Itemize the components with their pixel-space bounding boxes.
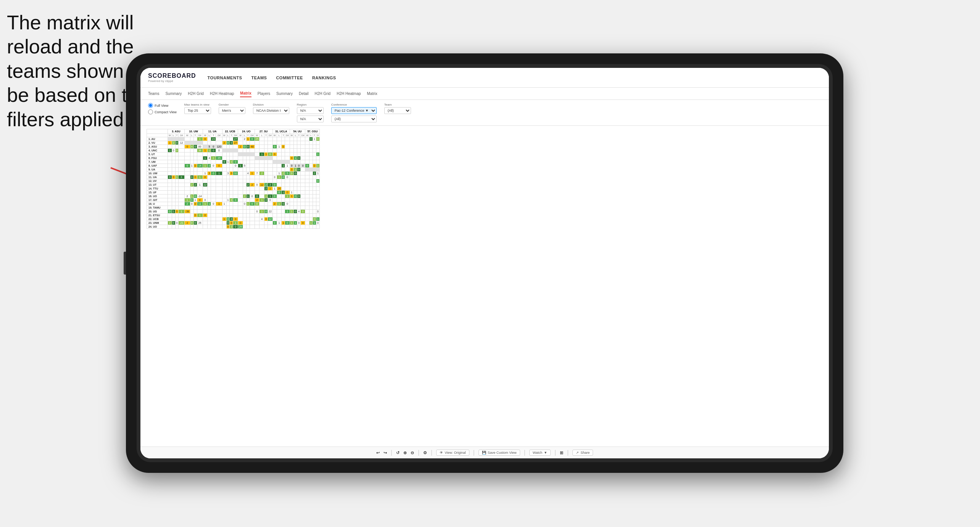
sub-nav-h2h-grid2[interactable]: H2H Grid — [314, 90, 330, 97]
settings-icon[interactable]: ⚙ — [423, 450, 427, 455]
matrix-cell — [305, 160, 309, 164]
nav-rankings[interactable]: RANKINGS — [312, 74, 336, 82]
matrix-cell: 1 — [294, 164, 297, 168]
matrix-cell — [222, 175, 226, 179]
matrix-cell — [208, 221, 211, 225]
matrix-cell — [222, 194, 226, 198]
sub-nav-matrix2[interactable]: Matrix — [367, 90, 377, 97]
matrix-cell: 0 — [268, 198, 273, 202]
matrix-cell — [175, 137, 179, 141]
matrix-cell: 25 — [255, 137, 260, 141]
conference-select[interactable]: Pac-12 Conference ▼ — [331, 107, 377, 114]
filters-row: Full View Compact View Max teams in view… — [140, 100, 829, 126]
grid-icon[interactable]: ⊞ — [560, 450, 563, 455]
matrix-cell — [197, 141, 203, 145]
row-label: 7. UM — [147, 160, 168, 164]
sub-nav-detail[interactable]: Detail — [299, 90, 309, 97]
sub-nav-summary1[interactable]: Summary — [165, 90, 182, 97]
sub-nav-summary2[interactable]: Summary — [276, 90, 293, 97]
matrix-cell — [301, 225, 305, 229]
reset-icon[interactable]: ↺ — [396, 450, 400, 455]
matrix-cell — [230, 191, 233, 194]
matrix-cell: 5 — [208, 145, 211, 149]
matrix-cell — [272, 217, 277, 221]
matrix-cell: 1 — [294, 168, 297, 172]
matrix-cell: 1 — [238, 164, 243, 168]
matrix-cell — [260, 149, 264, 153]
team-select[interactable]: (All) — [384, 107, 411, 114]
row-label: 19. TAMU — [147, 206, 168, 210]
matrix-cell — [203, 153, 208, 156]
conference-select2[interactable]: (All) — [331, 116, 377, 122]
matrix-cell — [285, 187, 290, 191]
matrix-cell — [243, 191, 246, 194]
compact-view-radio[interactable]: Compact View — [148, 109, 177, 114]
matrix-cell: 0 — [285, 191, 290, 194]
sub-nav-teams[interactable]: Teams — [148, 90, 159, 97]
matrix-cell — [260, 206, 264, 210]
matrix-area[interactable]: 3. ASU 10. UW 11. UA 22. UCB 24. UO 27. … — [140, 126, 829, 447]
matrix-cell: 2 — [264, 183, 268, 187]
zoom-icon[interactable]: ⊕ — [403, 450, 407, 455]
matrix-cell — [179, 225, 184, 229]
matrix-cell: 0 — [297, 221, 301, 225]
matrix-cell: 0 — [172, 149, 175, 153]
matrix-cell — [233, 175, 238, 179]
matrix-cell — [250, 221, 255, 225]
sh-t7: T — [282, 134, 285, 137]
matrix-cell — [277, 156, 282, 160]
sub-nav-h2h-grid1[interactable]: H2H Grid — [188, 90, 204, 97]
table-row: 11. UA001000100100 — [147, 175, 320, 179]
save-custom-button[interactable]: 💾 Save Custom View — [479, 450, 520, 456]
nav-tournaments[interactable]: TOURNAMENTS — [208, 74, 242, 82]
matrix-cell — [268, 137, 273, 141]
matrix-cell — [175, 206, 179, 210]
matrix-cell — [190, 168, 193, 172]
nav-teams[interactable]: TEAMS — [251, 74, 267, 82]
sub-nav-h2h-heatmap1[interactable]: H2H Heatmap — [210, 90, 234, 97]
sh-l5: L — [243, 134, 246, 137]
view-original-button[interactable]: 👁 View: Original — [436, 450, 469, 456]
matrix-cell: 1 — [216, 202, 222, 206]
region-select2[interactable]: N/A — [297, 116, 324, 122]
matrix-cell: 1 — [285, 210, 290, 214]
matrix-cell — [294, 187, 297, 191]
matrix-cell — [184, 156, 190, 160]
bottom-bar: ↩ ↪ | ↺ ⊕ ⊖ | ⚙ | 👁 View: Original | 💾 — [140, 447, 829, 458]
matrix-cell — [172, 191, 175, 194]
matrix-cell — [222, 168, 226, 172]
matrix-cell: 4 — [190, 145, 193, 149]
matrix-cell — [193, 168, 197, 172]
redo-icon[interactable]: ↪ — [384, 450, 387, 455]
full-view-radio[interactable]: Full View — [148, 103, 177, 108]
nav-committee[interactable]: COMMITTEE — [276, 74, 303, 82]
gender-select[interactable]: Men's — [219, 107, 245, 114]
matrix-cell — [294, 179, 297, 183]
share-button[interactable]: ↗ Share — [572, 450, 593, 456]
matrix-cell — [277, 160, 282, 164]
matrix-cell — [238, 149, 243, 153]
matrix-cell — [290, 137, 294, 141]
matrix-cell — [301, 214, 305, 217]
matrix-cell — [168, 187, 172, 191]
matrix-cell — [316, 225, 319, 229]
matrix-cell — [193, 141, 197, 145]
matrix-cell: 0 — [230, 141, 233, 145]
matrix-cell — [294, 137, 297, 141]
zoom-minus-icon[interactable]: ⊖ — [411, 450, 414, 455]
sub-nav-matrix1[interactable]: Matrix — [240, 90, 251, 97]
table-row: 15. UF0101 — [147, 191, 320, 194]
matrix-cell — [203, 194, 208, 198]
table-row: 21. ETSU010 — [147, 214, 320, 217]
sub-nav-players[interactable]: Players — [258, 90, 270, 97]
sub-nav-h2h-heatmap2[interactable]: H2H Heatmap — [337, 90, 361, 97]
matrix-cell — [208, 210, 211, 214]
max-teams-filter: Max teams in view Top 25 — [184, 103, 211, 114]
undo-icon[interactable]: ↩ — [376, 450, 380, 455]
division-select[interactable]: NCAA Division I — [253, 107, 289, 114]
watch-button[interactable]: Watch ▼ — [529, 450, 551, 456]
matrix-cell: 2 — [172, 141, 175, 145]
region-select[interactable]: N/A — [297, 107, 324, 114]
max-teams-select[interactable]: Top 25 — [184, 107, 211, 114]
matrix-cell — [175, 217, 179, 221]
